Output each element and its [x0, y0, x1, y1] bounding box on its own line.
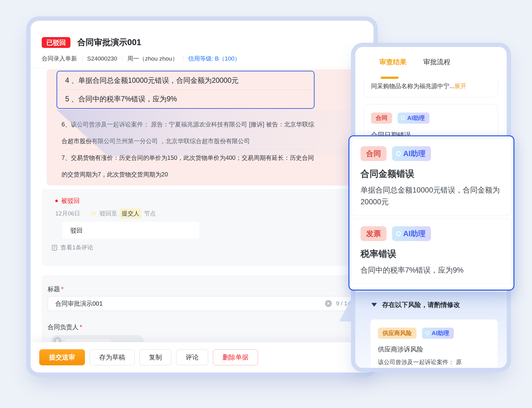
meta-separator [183, 56, 183, 62]
view-comments-link[interactable]: 查看1条评论 [52, 244, 93, 252]
contract-detail-window: 已驳回 合同审批演示001 合同录入单新 S24000230 周一（zhou z… [31, 21, 374, 372]
card-body: 合同中的税率7%错误，应为9% [361, 264, 501, 276]
caret-down-icon[interactable] [371, 303, 377, 307]
contract-tag: 合同 [361, 146, 386, 161]
tax-rate-error-card[interactable]: 发票 AI助理 税率错误 合同中的税率7%错误，应为9% [352, 219, 511, 284]
tab-approval-flow[interactable]: 审批流程 [423, 57, 450, 67]
required-mark: * [80, 324, 82, 330]
credit-rating-link[interactable]: 信用等级: B（100） [188, 55, 240, 63]
page-title: 合同审批演示001 [77, 37, 141, 48]
header-divider [31, 68, 374, 68]
ai-assistant-tag: AI助理 [398, 113, 429, 124]
error-item-6: 6、该公司曾涉及一起诉讼案件： 原告：宁夏福兆源农业科技有限公司 [撤诉] 被告… [61, 116, 318, 150]
invoice-tag: 发票 [361, 226, 386, 241]
supplier-risk-card[interactable]: 供应商风险 AI助理 供应商涉诉风险 该公司曾涉及一起诉讼案件： 原 [370, 319, 498, 368]
rejected-log-section: 被驳回 12月06日 驳回至 提交人 节点 驳回 查看1条评论 [42, 189, 358, 266]
ai-ring-icon [401, 116, 405, 120]
error-item-4: 4 、单据合同总金额10000元错误，合同金额为20000元 [57, 71, 314, 90]
panel-tabs: 审查结果 审批流程 [379, 57, 450, 67]
rejection-comment-box: 驳回 [62, 222, 199, 239]
doc-number: S24000230 [87, 55, 117, 62]
supplier-risk-tag: 供应商风险 [378, 328, 416, 339]
ai-ring-icon [425, 331, 429, 335]
action-bar: 提交送审 存为草稿 复制 评论 删除单据 [31, 342, 374, 372]
owner-field-label: 合同负责人* [48, 323, 82, 331]
title-input[interactable]: 合同审批演示001 9 / 14 [48, 296, 358, 311]
rejected-detail-line: 12月06日 驳回至 提交人 节点 [55, 208, 156, 219]
ai-assistant-tag: AI助理 [392, 226, 431, 241]
status-badge: 已驳回 [42, 37, 70, 48]
title-input-value: 合同审批演示001 [55, 300, 325, 308]
rejected-node-name: 提交人 [120, 208, 141, 219]
red-dot-icon [55, 200, 58, 202]
submit-button[interactable]: 提交送审 [39, 349, 85, 365]
card-title: 供应商涉诉风险 [378, 345, 490, 354]
copy-button[interactable]: 复制 [139, 349, 171, 365]
rejected-status: 被驳回 [55, 197, 80, 205]
required-mark: * [61, 286, 64, 292]
meta-separator [82, 56, 82, 62]
save-draft-button[interactable]: 存为草稿 [90, 349, 135, 365]
edit-form-section: 标题* 合同审批演示001 9 / 14 合同负责人* [42, 275, 358, 342]
card-title: 合同金额错误 [361, 168, 502, 180]
error-item-7: 7、交易货物有涨价：历史合同的单价为150，此次货物单价为400；交易周期有延长… [61, 150, 318, 183]
card-body: 该公司曾涉及一起诉讼案件： 原 [378, 358, 490, 366]
ai-assistant-tag: AI助理 [392, 146, 431, 161]
redacted-approver [91, 212, 96, 215]
truncated-review-card: 同采购物品名称为福兆源中宁...展开 [364, 80, 498, 97]
risk-section: 存在以下风险，请酌情修改 供应商风险 AI助理 供应商涉诉风险 该公司曾涉及一起… [355, 292, 507, 368]
rejected-to-text: 驳回至 [99, 210, 117, 218]
comment-doc-icon [52, 245, 57, 251]
contract-tag: 合同 [371, 113, 392, 124]
delete-button[interactable]: 删除单据 [213, 349, 258, 365]
spotlight-highlight-card: 合同 AI助理 合同金额错误 单据合同总金额10000元错误，合同金额为2000… [348, 135, 514, 291]
ai-ring-icon [396, 231, 401, 236]
doc-owner: 周一（zhou zhou） [127, 55, 178, 63]
rejected-date: 12月06日 [55, 210, 80, 218]
app-stage: 已驳回 合同审批演示001 合同录入单新 S24000230 周一（zhou z… [0, 0, 532, 408]
highlighted-errors-outline: 4 、单据合同总金额10000元错误，合同金额为20000元 5 、合同中的税率… [57, 71, 315, 109]
contract-amount-error-card[interactable]: 合同 AI助理 合同金额错误 单据合同总金额10000元错误，合同金额为2000… [352, 138, 511, 216]
doc-type: 合同录入单新 [42, 55, 77, 63]
clear-input-icon[interactable] [325, 300, 332, 307]
ai-ring-icon [396, 151, 401, 156]
comment-button[interactable]: 评论 [176, 349, 208, 365]
risk-section-header: 存在以下风险，请酌情修改 [371, 300, 460, 309]
card-title: 税率错误 [361, 248, 502, 260]
meta-separator [122, 56, 122, 62]
rejected-node-word: 节点 [144, 210, 156, 218]
expand-link[interactable]: 展开 [454, 83, 467, 89]
tab-review-result[interactable]: 审查结果 [379, 57, 407, 67]
title-field-label: 标题* [48, 285, 64, 293]
error-item-5: 5 、合同中的税率7%错误，应为9% [57, 90, 314, 108]
document-meta: 合同录入单新 S24000230 周一（zhou zhou） 信用等级: B（1… [42, 55, 362, 63]
active-tab-indicator [381, 77, 399, 79]
window-header: 已驳回 合同审批演示001 合同录入单新 S24000230 周一（zhou z… [42, 37, 362, 63]
ai-assistant-tag: AI助理 [422, 328, 454, 339]
rejection-reason-box: 4 、单据合同总金额10000元错误，合同金额为20000元 5 、合同中的税率… [47, 69, 358, 185]
card-body: 单据合同总金额10000元错误，合同金额为20000元 [361, 184, 501, 208]
